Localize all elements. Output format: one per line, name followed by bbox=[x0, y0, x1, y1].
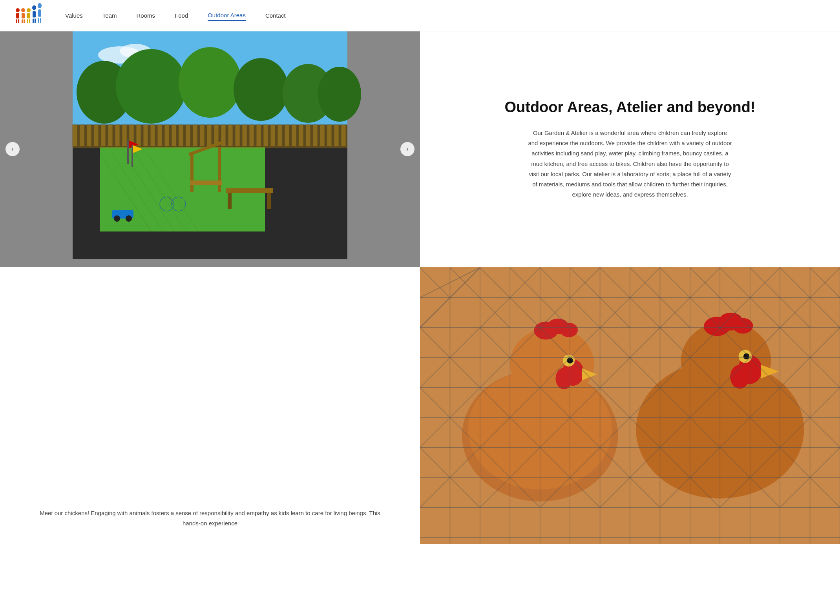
svg-rect-26 bbox=[164, 125, 169, 146]
svg-rect-47 bbox=[313, 125, 318, 146]
svg-rect-53 bbox=[218, 147, 221, 192]
slider-prev-button[interactable]: ‹ bbox=[5, 142, 20, 156]
outdoor-text-panel: Outdoor Areas, Atelier and beyond! Our G… bbox=[420, 31, 840, 267]
svg-rect-14 bbox=[80, 125, 84, 146]
svg-rect-20 bbox=[122, 125, 127, 146]
slider-next-button[interactable]: › bbox=[400, 142, 415, 156]
svg-rect-36 bbox=[235, 125, 240, 146]
svg-rect-15 bbox=[87, 125, 91, 146]
svg-rect-39 bbox=[256, 125, 261, 146]
nav-values[interactable]: Values bbox=[65, 11, 83, 20]
svg-rect-45 bbox=[299, 125, 303, 146]
svg-rect-25 bbox=[157, 125, 162, 146]
svg-point-8 bbox=[318, 67, 361, 122]
outdoor-title: Outdoor Areas, Atelier and beyond! bbox=[504, 98, 755, 117]
svg-rect-57 bbox=[228, 193, 232, 209]
logo bbox=[16, 8, 42, 23]
svg-rect-27 bbox=[172, 125, 176, 146]
svg-rect-16 bbox=[94, 125, 99, 146]
svg-point-80 bbox=[560, 323, 578, 337]
svg-rect-38 bbox=[249, 125, 254, 146]
svg-rect-58 bbox=[267, 193, 271, 209]
site-header: Values Team Rooms Food Outdoor Areas Con… bbox=[0, 0, 840, 31]
svg-rect-61 bbox=[131, 145, 133, 167]
svg-rect-18 bbox=[108, 125, 113, 146]
svg-rect-46 bbox=[306, 125, 310, 146]
outdoor-top-section: ‹ › Outdoor Areas, Atelier and beyond! O… bbox=[0, 31, 840, 267]
svg-rect-48 bbox=[320, 125, 325, 146]
svg-rect-37 bbox=[242, 125, 247, 146]
figure-blue bbox=[32, 5, 36, 23]
figure-yellow bbox=[27, 8, 31, 23]
chicken-section: Meet our chickens! Engaging with animals… bbox=[0, 267, 840, 544]
svg-rect-40 bbox=[263, 125, 268, 146]
svg-point-5 bbox=[179, 47, 241, 118]
svg-rect-22 bbox=[136, 125, 141, 146]
svg-rect-29 bbox=[186, 125, 190, 146]
outdoor-description: Our Garden & Atelier is a wonderful area… bbox=[528, 128, 732, 200]
playground-illustration bbox=[0, 31, 420, 259]
svg-rect-24 bbox=[150, 125, 155, 146]
svg-rect-23 bbox=[143, 125, 148, 146]
svg-rect-49 bbox=[327, 125, 332, 146]
chicken-description: Meet our chickens! Engaging with animals… bbox=[31, 508, 389, 529]
figure-red bbox=[16, 8, 20, 23]
chicken-image-panel bbox=[420, 267, 840, 544]
svg-rect-41 bbox=[270, 125, 275, 146]
svg-rect-50 bbox=[334, 125, 339, 146]
svg-rect-32 bbox=[207, 125, 212, 146]
nav-rooms[interactable]: Rooms bbox=[136, 11, 155, 20]
image-slider: ‹ › bbox=[0, 31, 420, 267]
chicken-illustration bbox=[420, 267, 840, 544]
svg-rect-35 bbox=[228, 125, 233, 146]
chicken-text-panel: Meet our chickens! Engaging with animals… bbox=[0, 267, 420, 544]
nav-food[interactable]: Food bbox=[175, 11, 188, 20]
nav-team[interactable]: Team bbox=[102, 11, 117, 20]
svg-point-68 bbox=[126, 215, 132, 222]
svg-rect-52 bbox=[190, 153, 194, 192]
svg-rect-19 bbox=[115, 125, 120, 146]
svg-rect-43 bbox=[285, 125, 289, 146]
main-nav: Values Team Rooms Food Outdoor Areas Con… bbox=[65, 10, 286, 21]
svg-rect-55 bbox=[190, 180, 222, 185]
figure-orange bbox=[21, 8, 25, 23]
svg-rect-13 bbox=[73, 125, 77, 146]
svg-rect-30 bbox=[193, 125, 197, 146]
figure-ltblue bbox=[38, 3, 42, 23]
svg-rect-28 bbox=[179, 125, 183, 146]
svg-rect-56 bbox=[226, 188, 273, 193]
svg-rect-31 bbox=[200, 125, 205, 146]
nav-outdoor-areas[interactable]: Outdoor Areas bbox=[208, 10, 246, 21]
svg-rect-42 bbox=[278, 125, 282, 146]
svg-point-4 bbox=[116, 49, 186, 124]
svg-rect-17 bbox=[101, 125, 106, 146]
svg-point-77 bbox=[510, 328, 594, 399]
svg-rect-51 bbox=[341, 125, 346, 146]
logo-figures bbox=[16, 8, 42, 23]
svg-point-92 bbox=[730, 365, 749, 389]
svg-rect-44 bbox=[292, 125, 296, 146]
svg-point-6 bbox=[234, 58, 289, 121]
nav-contact[interactable]: Contact bbox=[265, 11, 286, 20]
svg-point-67 bbox=[114, 215, 120, 222]
